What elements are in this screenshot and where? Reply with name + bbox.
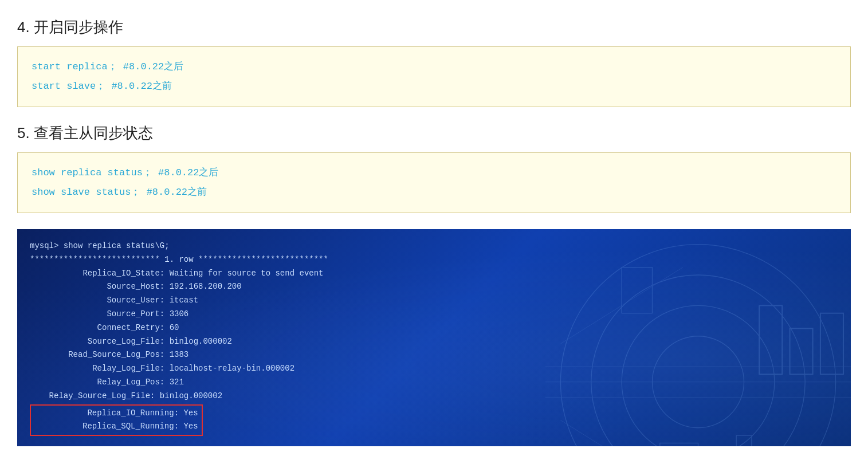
section4-heading: 4. 开启同步操作 (17, 17, 851, 37)
svg-rect-13 (736, 435, 752, 446)
terminal-line-10: Relay_Log_Pos: 321 (30, 376, 838, 390)
section4-comment2: #8.0.22之前 (105, 81, 172, 92)
section4-cmd2: start slave； (32, 81, 105, 92)
terminal-output: mysql> show replica status\G; **********… (17, 229, 851, 446)
section5-line1: show replica status； #8.0.22之后 (32, 163, 836, 183)
terminal-line-11: Relay_Source_Log_File: binlog.000002 (30, 390, 838, 403)
terminal-line-9: Relay_Log_File: localhost-relay-bin.0000… (30, 362, 838, 376)
terminal-line-0: mysql> show replica status\G; (30, 239, 838, 253)
terminal-line-4: Source_User: itcast (30, 294, 838, 308)
terminal-highlight-box: Replica_IO_Running: Yes Replica_SQL_Runn… (30, 404, 203, 437)
page-container: 4. 开启同步操作 start replica； #8.0.22之后 start… (0, 0, 868, 458)
section5-line2: show slave status； #8.0.22之前 (32, 183, 836, 202)
section5-heading: 5. 查看主从同步状态 (17, 123, 851, 143)
terminal-content: mysql> show replica status\G; **********… (30, 239, 838, 436)
section5-cmd2: show slave status； (32, 187, 140, 198)
section4-comment1: #8.0.22之后 (117, 61, 184, 72)
section5-comment2: #8.0.22之前 (140, 187, 207, 198)
section4-line2: start slave； #8.0.22之前 (32, 77, 836, 96)
terminal-line-5: Source_Port: 3306 (30, 308, 838, 321)
section5-code-box: show replica status； #8.0.22之后 show slav… (17, 152, 851, 213)
terminal-highlight-line-1: Replica_SQL_Running: Yes (34, 420, 198, 434)
section4-code-box: start replica； #8.0.22之后 start slave； #8… (17, 46, 851, 107)
section4-cmd1: start replica； (32, 61, 117, 72)
terminal-line-8: Read_Source_Log_Pos: 1383 (30, 348, 838, 362)
svg-rect-11 (660, 443, 698, 446)
terminal-highlight-line-0: Replica_IO_Running: Yes (34, 407, 198, 420)
section4-line1: start replica； #8.0.22之后 (32, 57, 836, 77)
terminal-line-7: Source_Log_File: binlog.000002 (30, 335, 838, 349)
terminal-line-2: Replica_IO_State: Waiting for source to … (30, 267, 838, 281)
terminal-line-1: *************************** 1. row *****… (30, 253, 838, 267)
section5-comment1: #8.0.22之后 (152, 167, 219, 178)
terminal-line-6: Connect_Retry: 60 (30, 321, 838, 335)
section5-cmd1: show replica status； (32, 167, 152, 178)
terminal-line-3: Source_Host: 192.168.200.200 (30, 280, 838, 294)
